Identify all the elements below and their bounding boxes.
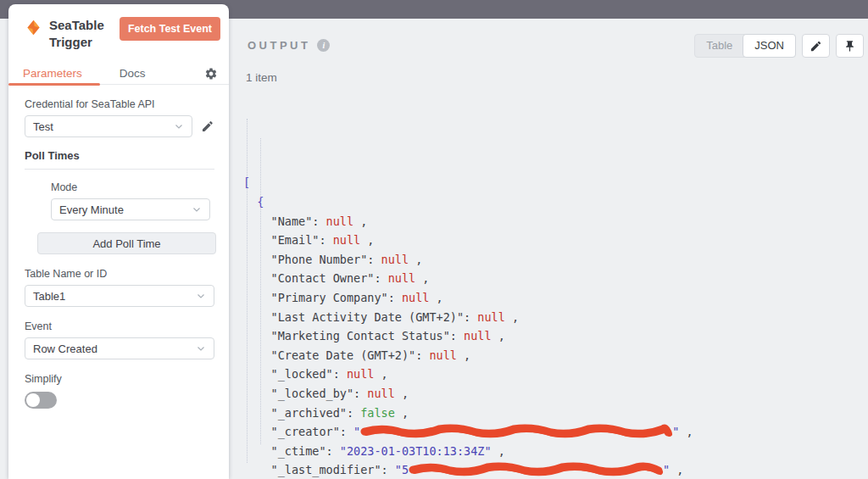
tab-parameters[interactable]: Parameters [23,67,82,80]
code-line: "Contact Owner": null , [243,269,693,288]
trigger-tabs: Parameters Docs [8,63,229,85]
view-toggle: Table JSON [694,34,796,58]
add-poll-time-button[interactable]: Add Poll Time [37,232,216,254]
simplify-toggle[interactable] [25,392,57,409]
output-panel: OUTPUT i Table JSON 1 item [ { "Name": n… [229,19,868,479]
view-toggle-table[interactable]: Table [695,35,743,57]
output-heading: OUTPUT [248,39,310,52]
toggle-knob [26,393,40,407]
code-line: "_locked": null , [243,365,693,384]
credential-label: Credential for SeaTable API [25,98,214,110]
pencil-icon [810,40,822,53]
code-line: "Create Date (GMT+2)": null , [243,346,693,365]
code-line: { [243,192,693,212]
pin-icon [843,40,856,53]
table-name-select[interactable]: Table1 [25,285,214,307]
code-line: [ [243,173,693,192]
mode-label: Mode [51,181,214,193]
code-line: "_last_modifier": "5" , [243,460,693,479]
table-name-label: Table Name or ID [25,268,214,280]
output-controls: Table JSON [694,34,864,58]
edit-credential-pencil-icon[interactable] [201,120,214,133]
trigger-form: Credential for SeaTable API Test Poll Ti… [8,85,229,409]
fetch-test-event-button[interactable]: Fetch Test Event [120,17,220,41]
code-line: "_archived": false , [243,404,693,423]
code-line: "Phone Number": null , [243,250,693,270]
trigger-panel: SeaTable Trigger Fetch Test Event Parame… [8,4,229,479]
chevron-down-icon [196,291,206,301]
edit-output-button[interactable] [802,34,830,58]
mode-select[interactable]: Every Minute [51,198,210,220]
active-tab-underline [8,83,100,86]
code-line: "Email": null , [243,231,693,250]
simplify-label: Simplify [25,373,214,385]
event-label: Event [25,320,214,332]
redaction-scribble [409,461,663,476]
code-line: "_ctime": "2023-01-03T10:13:34Z" , [243,442,693,461]
json-code[interactable]: [ { "Name": null , "Email": null , "Phon… [243,97,693,479]
code-line: "Primary Company": null , [243,288,693,308]
pin-output-button[interactable] [836,34,864,58]
event-select[interactable]: Row Created [25,337,214,359]
code-line: "Last Activity Date (GMT+2)": null , [243,308,693,327]
chevron-down-icon [174,121,184,131]
chevron-down-icon [196,343,206,354]
code-line: "_locked_by": null , [243,384,693,404]
redaction-scribble [360,423,672,438]
trigger-title: SeaTable Trigger [49,17,120,51]
tab-docs[interactable]: Docs [120,67,146,80]
code-line: "_creator": "" , [243,422,693,442]
gear-icon[interactable] [204,67,218,81]
item-count: 1 item [246,71,277,84]
credential-select[interactable]: Test [25,115,192,137]
poll-times-heading: Poll Times [25,149,214,170]
chevron-down-icon [192,204,202,214]
info-icon[interactable]: i [317,39,330,52]
code-line: "Name": null , [243,212,693,231]
trigger-header: SeaTable Trigger Fetch Test Event [8,4,229,51]
view-toggle-json[interactable]: JSON [743,34,796,58]
seatable-logo-icon [25,19,42,36]
code-line: "Marketing Contact Status": null , [243,326,693,346]
